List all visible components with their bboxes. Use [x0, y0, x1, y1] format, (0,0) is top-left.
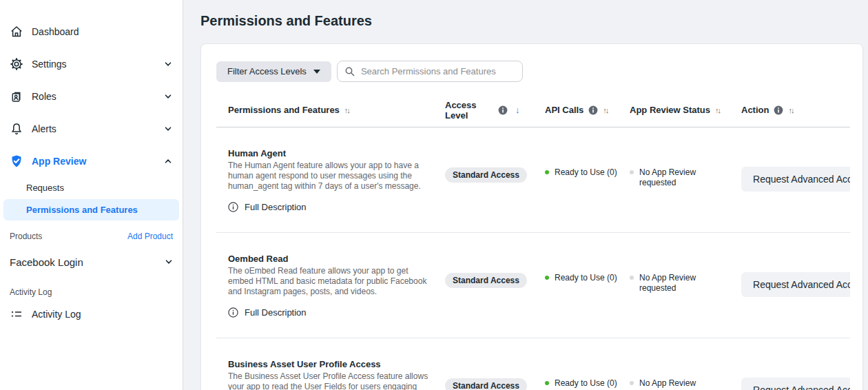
column-header-access-level[interactable]: Access Level ↓	[445, 100, 545, 121]
column-header-api-calls[interactable]: API Calls ↑↓	[545, 105, 630, 115]
filter-access-levels-button[interactable]: Filter Access Levels	[216, 61, 331, 82]
access-level-cell: Standard Access	[445, 233, 545, 338]
app-review-status-cell: No App Review requested	[630, 127, 741, 232]
column-header-label: Permissions and Features	[228, 105, 340, 115]
column-header-action[interactable]: Action ↑↓	[741, 105, 850, 115]
page-title: Permissions and Features	[200, 13, 863, 29]
sidebar-subitem-requests[interactable]: Requests	[0, 177, 183, 198]
search-icon	[344, 66, 355, 77]
search-box[interactable]	[337, 61, 523, 82]
info-outline-icon	[228, 202, 238, 212]
app-review-status-cell: No App Review requested	[630, 233, 741, 338]
info-icon[interactable]	[498, 105, 508, 115]
column-header-label: App Review Status	[630, 105, 710, 115]
sidebar-item-app-review[interactable]: App Review	[0, 145, 183, 177]
sidebar-item-label: Roles	[32, 91, 163, 102]
sidebar-item-label: Alerts	[32, 123, 163, 134]
permission-cell: Oembed Read The oEmbed Read feature allo…	[216, 233, 445, 338]
chevron-down-icon	[163, 92, 173, 101]
api-calls-text: Ready to Use (0)	[555, 273, 617, 283]
filter-button-label: Filter Access Levels	[227, 66, 307, 76]
sidebar-item-dashboard[interactable]: Dashboard	[0, 15, 183, 48]
permission-title: Oembed Read	[228, 254, 417, 264]
request-advanced-access-button[interactable]: Request Advanced Access	[741, 167, 850, 192]
table-row: Business Asset User Profile Access The B…	[216, 338, 850, 390]
permission-cell: Human Agent The Human Agent feature allo…	[216, 127, 445, 232]
permissions-card: Filter Access Levels Permissions and Fea…	[200, 43, 863, 390]
request-advanced-access-button[interactable]: Request Advanced Access	[741, 378, 850, 390]
sidebar-subitem-permissions-and-features[interactable]: Permissions and Features	[3, 199, 179, 220]
add-product-link[interactable]: Add Product	[127, 232, 173, 241]
permission-description: The oEmbed Read feature allows your app …	[228, 266, 429, 297]
sort-descending-icon[interactable]: ↓	[515, 105, 520, 115]
sidebar-item-alerts[interactable]: Alerts	[0, 112, 183, 145]
status-dot-icon	[630, 170, 634, 174]
products-section-row: Products Add Product	[0, 221, 183, 247]
ready-dot-icon	[545, 381, 549, 385]
access-level-cell: Standard Access	[445, 127, 545, 232]
column-header-app-review-status[interactable]: App Review Status ↑↓	[630, 105, 741, 115]
sub-item-label: Permissions and Features	[26, 205, 138, 215]
sidebar-item-settings[interactable]: Settings	[0, 48, 183, 80]
permissions-table: Permissions and Features ↑↓ Access Level…	[216, 83, 850, 390]
info-icon[interactable]	[774, 105, 783, 115]
sidebar: Dashboard Settings	[0, 0, 183, 390]
search-input[interactable]	[361, 66, 515, 76]
sort-icon[interactable]: ↑↓	[603, 106, 608, 114]
chevron-down-icon	[163, 124, 173, 134]
sidebar-item-activity-log[interactable]: Activity Log	[0, 300, 183, 329]
ready-dot-icon	[545, 170, 549, 174]
status-dot-icon	[630, 276, 634, 280]
caret-down-icon	[313, 70, 320, 74]
api-calls-cell: Ready to Use (0)	[545, 127, 630, 232]
sidebar-item-label: Settings	[32, 59, 163, 70]
api-calls-cell: Ready to Use (0)	[545, 233, 630, 338]
api-calls-text: Ready to Use (0)	[555, 378, 617, 388]
bell-icon	[10, 122, 23, 136]
shield-check-icon	[10, 154, 23, 168]
app-review-status-text: No App Review requested	[639, 378, 722, 390]
permission-title: Human Agent	[228, 148, 417, 158]
action-cell: Request Advanced Access	[741, 338, 850, 390]
action-cell: Request Advanced Access	[741, 127, 850, 232]
chevron-down-icon	[165, 258, 173, 266]
sort-icon[interactable]: ↑↓	[788, 106, 793, 114]
info-outline-icon	[228, 307, 238, 318]
permission-description: The Business Asset User Profile Access f…	[228, 371, 429, 390]
sort-icon[interactable]: ↑↓	[715, 106, 720, 114]
api-calls-text: Ready to Use (0)	[555, 167, 617, 177]
app-review-status-cell: No App Review requested	[630, 338, 741, 390]
access-level-cell: Standard Access	[445, 338, 545, 390]
access-level-badge: Standard Access	[445, 167, 527, 183]
column-header-label: API Calls	[545, 105, 583, 115]
access-level-badge: Standard Access	[445, 273, 527, 288]
sidebar-item-roles[interactable]: Roles	[0, 80, 183, 112]
full-description-link[interactable]: Full Description	[228, 307, 307, 318]
permission-cell: Business Asset User Profile Access The B…	[216, 338, 445, 390]
request-advanced-access-button[interactable]: Request Advanced Access	[741, 272, 850, 297]
status-dot-icon	[630, 381, 634, 385]
app-review-status-text: No App Review requested	[639, 273, 722, 294]
sort-icon[interactable]: ↑↓	[344, 106, 349, 114]
column-header-label: Action	[741, 105, 769, 115]
sidebar-item-facebook-login[interactable]: Facebook Login	[0, 247, 183, 276]
products-heading: Products	[10, 232, 42, 241]
column-header-permissions-and-features[interactable]: Permissions and Features ↑↓	[216, 105, 445, 115]
toolbar: Filter Access Levels	[216, 61, 849, 82]
sub-item-label: Requests	[26, 183, 64, 193]
main-content: Permissions and Features Filter Access L…	[183, 0, 868, 390]
permission-description: The Human Agent feature allows your app …	[228, 161, 429, 192]
table-header-row: Permissions and Features ↑↓ Access Level…	[216, 83, 850, 127]
product-item-label: Facebook Login	[10, 256, 83, 268]
full-description-label: Full Description	[245, 307, 307, 318]
app-review-status-text: No App Review requested	[639, 167, 722, 188]
full-description-link[interactable]: Full Description	[228, 202, 307, 212]
permission-title: Business Asset User Profile Access	[228, 359, 417, 369]
roles-icon	[10, 90, 23, 103]
full-description-label: Full Description	[245, 202, 307, 212]
info-icon[interactable]	[588, 105, 598, 115]
column-header-label: Access Level	[445, 100, 481, 121]
api-calls-cell: Ready to Use (0)	[545, 338, 630, 390]
sidebar-item-label: Activity Log	[32, 309, 173, 320]
activity-log-icon	[10, 307, 23, 321]
